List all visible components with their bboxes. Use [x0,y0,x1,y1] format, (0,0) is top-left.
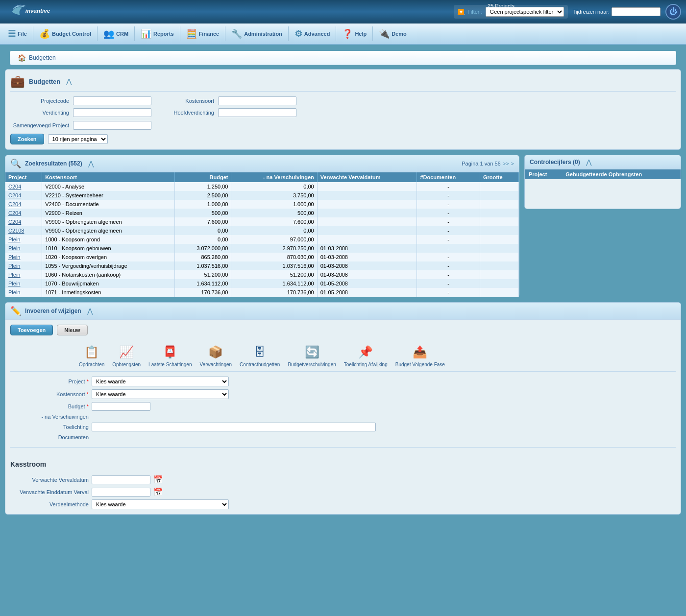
cell-budget: 500,00 [174,209,231,217]
cell-vervaldatum [317,235,417,244]
cell-documenten: - [417,226,480,235]
budgetten-collapse[interactable]: ⋀ [66,77,72,85]
cell-kostensoort: V2000 - Analyse [42,182,175,191]
cell-documenten: - [417,191,480,200]
nieuw-button[interactable]: Nieuw [57,325,87,335]
budgetverschuivingen-label: Budgetverschuivingen [288,362,336,367]
cell-project[interactable]: Plein [5,261,42,270]
tijdreizen-label: Tijdreizen naar: [573,9,610,15]
cell-documenten: - [417,217,480,226]
nav-budget-control[interactable]: 💰 Budget Control [34,26,96,41]
cell-vervaldatum: 01-05-2008 [317,288,417,297]
verwachte-vervaldatum-input[interactable] [92,475,150,484]
invoer-collapse[interactable]: ⋀ [87,307,93,315]
nav-reports[interactable]: 📊 Reports [136,26,179,41]
verdichting-label: Verdichting [10,110,69,116]
toolbar-opbrengsten[interactable]: 📈 Opbrengsten [112,343,141,367]
kostensoort-select[interactable]: Kies waarde [92,389,229,399]
toolbar-budget-volgende-fase[interactable]: 📤 Budget Volgende Fase [395,343,445,367]
nav-finance[interactable]: 🧮 Finance [181,26,224,41]
toevoegen-button[interactable]: Toevoegen [10,325,53,335]
cell-project[interactable]: C204 [5,200,42,209]
cell-project[interactable]: Plein [5,288,42,297]
toolbar-toelichting-afwijking[interactable]: 📌 Toelichting Afwijking [344,343,388,367]
contractbudgetten-label: Contractbudgetten [240,362,280,367]
calendar-icon-2[interactable]: 📅 [153,487,163,497]
projectcode-label: Projectcode [10,98,69,104]
cell-project[interactable]: Plein [5,270,42,279]
nav-demo-label: Demo [392,31,407,37]
hoofdverdichting-input[interactable] [218,108,296,117]
cell-project[interactable]: C204 [5,191,42,200]
nav-finance-label: Finance [199,31,220,37]
page-last[interactable]: > [511,161,514,166]
na-verschuivingen-row: - na Verschuivingen [10,414,676,420]
home-icon: 🏠 [18,54,26,62]
logo-svg: invantive [10,3,59,21]
budget-input[interactable] [92,402,150,411]
toelichting-input[interactable] [92,423,376,431]
nav-administration[interactable]: 🔧 Administration [226,26,287,41]
verwachte-einddatum-input[interactable] [92,488,150,497]
nav-help[interactable]: ❓ Help [337,26,371,41]
rows-select[interactable]: 10 rijen per pagina 25 rijen per pagina … [48,134,108,144]
page-next[interactable]: >> [503,161,509,166]
filter-icon[interactable]: 🔽 [458,9,465,15]
nav-file[interactable]: ☰ File [3,26,32,41]
cell-kostensoort: V2400 - Documentatie [42,200,175,209]
reports-icon: 📊 [141,28,151,39]
cell-project[interactable]: Plein [5,279,42,288]
samengevoegd-input[interactable] [73,121,151,130]
verdichting-input[interactable] [73,108,151,117]
verdeelmethode-select[interactable]: Kies waarde [92,499,229,509]
cell-vervaldatum [317,182,417,191]
cell-vervaldatum [317,191,417,200]
nav-demo[interactable]: 🔌 Demo [374,26,412,41]
budget-volgende-fase-label: Budget Volgende Fase [395,362,445,367]
file-icon: ☰ [8,28,16,39]
cell-project[interactable]: Plein [5,235,42,244]
cell-documenten: - [417,261,480,270]
power-button[interactable]: ⏻ [665,4,681,20]
cell-na-verschuivingen: 0,00 [231,182,317,191]
cell-project[interactable]: C204 [5,182,42,191]
nav-divider-6 [288,26,289,41]
cell-project[interactable]: C204 [5,217,42,226]
tijdreizen-area: Tijdreizen naar: [573,7,661,16]
projectcode-input[interactable] [73,96,151,105]
tijdreizen-input[interactable] [612,7,661,16]
cell-project[interactable]: Plein [5,253,42,261]
administration-icon: 🔧 [231,28,242,39]
svg-text:invantive: invantive [25,7,50,14]
toolbar-laatste-schattingen[interactable]: 📮 Laatste Schattingen [148,343,192,367]
nav-divider-8 [372,26,373,41]
toelichting-afwijking-icon: 📌 [357,343,374,361]
control-collapse[interactable]: ⋀ [586,158,591,166]
kostensoort-input[interactable] [218,96,296,105]
cell-na-verschuivingen: 1.000,00 [231,200,317,209]
toolbar-contractbudgetten[interactable]: 🗄 Contractbudgetten [240,343,280,367]
cell-grootte [480,253,518,261]
toolbar-opdrachten[interactable]: 📋 Opdrachten [79,343,104,367]
verwachtingen-label: Verwachtingen [200,362,232,367]
zoeken-button[interactable]: Zoeken [10,134,44,144]
cell-project[interactable]: Plein [5,244,42,253]
nav-advanced[interactable]: ⚙ Advanced [290,26,335,41]
invoer-icon: ✏️ [10,306,21,316]
table-row: C204 V2900 - Reizen 500,00 500,00 - [5,209,519,217]
results-collapse[interactable]: ⋀ [88,160,94,167]
toolbar-budgetverschuivingen[interactable]: 🔄 Budgetverschuivingen [288,343,336,367]
documenten-ef-label: Documenten [10,434,89,440]
kasstroom-title: Kasstroom [10,460,676,468]
cell-kostensoort: V2210 - Systeembeheer [42,191,175,200]
cell-project[interactable]: C2108 [5,226,42,235]
project-select[interactable]: Kies waarde [92,377,229,386]
cell-kostensoort: 1010 - Koopsom gebouwen [42,244,175,253]
calendar-icon-1[interactable]: 📅 [153,475,163,484]
cell-budget: 170.736,00 [174,288,231,297]
nav-crm[interactable]: 👥 CRM [98,26,133,41]
cell-project[interactable]: C204 [5,209,42,217]
cell-vervaldatum: 01-03-2008 [317,253,417,261]
col-budget: Budget [174,172,231,182]
toolbar-verwachtingen[interactable]: 📦 Verwachtingen [200,343,232,367]
